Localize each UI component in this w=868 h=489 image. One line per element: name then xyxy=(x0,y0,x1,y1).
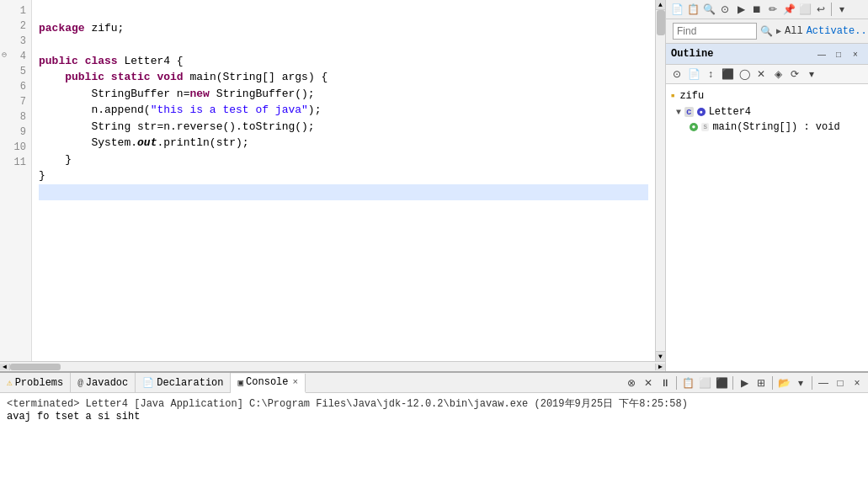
tab-console[interactable]: ▣ Console × xyxy=(231,374,306,393)
outline-tb-8[interactable]: ⟳ xyxy=(787,66,802,82)
console-tb-3[interactable]: ⏸ xyxy=(658,375,673,391)
console-close-icon[interactable]: × xyxy=(293,377,299,387)
find-input[interactable] xyxy=(673,23,757,40)
right-toolbar: 📄 📋 🔍 ⊙ ▶ ⏹ ✏ 📌 ⬜ ↩ ▾ xyxy=(666,0,868,19)
method-label: main(String[]) : void xyxy=(712,121,839,133)
find-activate-btn[interactable]: Activate... xyxy=(807,25,868,37)
console-sep2 xyxy=(732,376,733,390)
scrollbar-up-btn[interactable]: ▲ xyxy=(656,0,665,10)
package-label: zifu xyxy=(679,90,704,102)
console-tb-4[interactable]: 📋 xyxy=(680,375,695,391)
find-bar: 🔍 ▶ All Activate... › xyxy=(666,19,868,44)
find-search-btn[interactable]: 🔍 xyxy=(760,24,773,39)
find-all-btn[interactable]: All xyxy=(785,25,803,37)
toolbar-icon-1[interactable]: 📄 xyxy=(669,2,684,17)
class-expand-icon: ▼ xyxy=(676,108,681,117)
line-num: 1 xyxy=(3,3,26,19)
outline-maximize-btn[interactable]: □ xyxy=(831,46,846,61)
console-output-text: avaj fo tset a si siht xyxy=(7,411,861,423)
outline-toolbar: ⊙ 📄 ↕ ⬛ ◯ ✕ ◈ ⟳ ▾ xyxy=(666,65,868,84)
outline-tb-3[interactable]: ↕ xyxy=(703,66,718,82)
toolbar-icon-2[interactable]: 📋 xyxy=(685,2,700,17)
code-line-1: package zifu; xyxy=(39,22,124,35)
toolbar-icon-7[interactable]: ✏ xyxy=(765,2,780,17)
line-num: 8 xyxy=(3,109,26,125)
console-sep3 xyxy=(772,376,773,390)
outline-tb-7[interactable]: ◈ xyxy=(770,66,785,82)
line-num: 10 xyxy=(3,140,26,155)
scrollbar-right-btn[interactable]: ▶ xyxy=(655,364,665,370)
tab-problems[interactable]: ⚠ Problems xyxy=(0,373,71,392)
editor-panel: 1 2 3 4⊖ 5 6 7 8 9 10 11 package zifu; p… xyxy=(0,0,666,371)
tab-declaration[interactable]: 📄 Declaration xyxy=(136,373,231,392)
tab-problems-label: Problems xyxy=(15,377,64,389)
main-area: 1 2 3 4⊖ 5 6 7 8 9 10 11 package zifu; p… xyxy=(0,0,868,371)
console-content[interactable]: <terminated> Letter4 [Java Application] … xyxy=(0,393,868,489)
tab-javadoc[interactable]: @ Javadoc xyxy=(71,373,136,392)
toolbar-icon-9[interactable]: ⬜ xyxy=(797,2,812,17)
console-terminated-text: <terminated> Letter4 [Java Application] … xyxy=(7,396,861,411)
outline-tb-9[interactable]: ▾ xyxy=(804,66,819,82)
console-tb-9[interactable]: 📂 xyxy=(776,375,791,391)
scrollbar-down-btn[interactable]: ▼ xyxy=(656,351,665,361)
code-line-7: String str=n.reverse().toString(); xyxy=(39,120,315,133)
outline-tb-2[interactable]: 📄 xyxy=(686,66,701,82)
console-tb-10[interactable]: ▾ xyxy=(793,375,808,391)
outline-tb-4[interactable]: ⬛ xyxy=(720,66,735,82)
console-tb-7[interactable]: ▶ xyxy=(737,375,752,391)
outline-panel: Outline — □ × ⊙ 📄 ↕ ⬛ ◯ ✕ ◈ ⟳ ▾ xyxy=(666,44,868,371)
toolbar-icon-8[interactable]: 📌 xyxy=(781,2,796,17)
toolbar-icon-4[interactable]: ⊙ xyxy=(717,2,732,17)
outline-tb-6[interactable]: ✕ xyxy=(754,66,769,82)
code-line-10: } xyxy=(39,169,45,182)
editor-row: 1 2 3 4⊖ 5 6 7 8 9 10 11 package zifu; p… xyxy=(0,0,665,361)
class-icon: c xyxy=(684,107,694,117)
toolbar-icon-3[interactable]: 🔍 xyxy=(701,2,716,17)
console-tb-minimize[interactable]: — xyxy=(816,375,831,391)
vertical-scrollbar[interactable]: ▲ ▼ xyxy=(655,0,665,361)
scrollbar-left-btn[interactable]: ◀ xyxy=(0,364,10,370)
line-num: 3 xyxy=(3,34,26,49)
code-line-5: StringBuffer n=new StringBuffer(); xyxy=(39,88,315,100)
outline-tb-1[interactable]: ⊙ xyxy=(669,66,684,82)
code-area[interactable]: package zifu; public class Letter4 { pub… xyxy=(32,0,655,361)
scrollbar-thumb[interactable] xyxy=(657,10,665,35)
h-scrollbar-thumb[interactable] xyxy=(10,364,61,370)
console-tb-6[interactable]: ⬛ xyxy=(714,375,729,391)
code-content[interactable]: package zifu; public class Letter4 { pub… xyxy=(32,0,655,237)
console-toolbar-right: ⊗ ✕ ⏸ 📋 ⬜ ⬛ ▶ ⊞ 📂 ▾ — □ × xyxy=(620,375,868,391)
console-tb-close[interactable]: × xyxy=(849,375,865,391)
right-panel: 📄 📋 🔍 ⊙ ▶ ⏹ ✏ 📌 ⬜ ↩ ▾ 🔍 ▶ All Activate..… xyxy=(666,0,868,371)
outline-item-class[interactable]: ▼ c ● Letter4 xyxy=(669,104,865,120)
class-label: Letter4 xyxy=(709,106,751,118)
outline-tree: ▪ zifu ▼ c ● Letter4 ● s main(String[]) … xyxy=(666,84,868,371)
line-num: 9 xyxy=(3,125,26,140)
toolbar-icon-10[interactable]: ↩ xyxy=(813,2,828,17)
toolbar-icon-11[interactable]: ▾ xyxy=(834,2,849,17)
console-tb-5[interactable]: ⬜ xyxy=(697,375,712,391)
method-access-icon: ● xyxy=(690,123,698,131)
toolbar-separator xyxy=(831,3,832,16)
console-tb-2[interactable]: ✕ xyxy=(641,375,656,391)
declaration-icon: 📄 xyxy=(142,377,154,388)
outline-item-package[interactable]: ▪ zifu xyxy=(669,88,865,104)
console-sep4 xyxy=(812,376,812,390)
tab-console-label: Console xyxy=(246,376,288,388)
outline-minimize-btn[interactable]: — xyxy=(814,46,829,61)
outline-close-btn[interactable]: × xyxy=(848,46,863,61)
outline-title: Outline xyxy=(671,48,713,60)
toolbar-icon-5[interactable]: ▶ xyxy=(733,2,748,17)
toolbar-icon-6[interactable]: ⏹ xyxy=(749,2,764,17)
outline-item-method[interactable]: ● s main(String[]) : void xyxy=(669,120,865,135)
code-line-3: public class Letter4 { xyxy=(39,55,184,67)
code-line-4: public static void main(String[] args) { xyxy=(39,71,327,83)
outline-tb-5[interactable]: ◯ xyxy=(737,66,752,82)
console-tb-maximize[interactable]: □ xyxy=(833,375,848,391)
console-tb-8[interactable]: ⊞ xyxy=(754,375,769,391)
console-sep1 xyxy=(676,376,677,390)
line-num: 4⊖ xyxy=(3,49,26,64)
horizontal-scrollbar[interactable]: ◀ ▶ xyxy=(0,361,665,371)
line-num: 5 xyxy=(3,64,26,79)
package-icon: ▪ xyxy=(669,89,676,103)
console-tb-1[interactable]: ⊗ xyxy=(624,375,639,391)
